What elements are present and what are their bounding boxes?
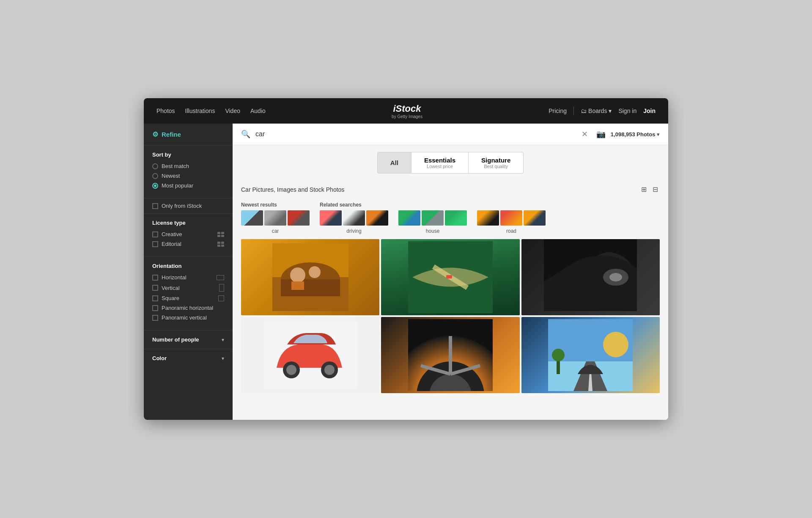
color-section[interactable]: Color ▾ [144,349,233,367]
road-thumb-1[interactable] [477,210,499,226]
related-house-group: x house [398,200,467,234]
related-driving-group: Related searches driving [320,200,388,234]
search-icon: 🔍 [241,130,250,139]
vertical-icon [219,284,224,292]
car-people-image [272,243,348,311]
driving-thumb-3[interactable] [366,210,388,226]
sort-most-popular[interactable]: Most popular [152,182,224,189]
header-divider [573,107,574,115]
newest-thumb-2[interactable] [264,210,286,226]
image-card-1[interactable] [241,239,379,315]
join-button[interactable]: Join [643,107,656,114]
driving-thumb-2[interactable] [343,210,365,226]
nav-video[interactable]: Video [225,107,240,114]
image-card-2[interactable] [381,239,519,315]
orientation-square[interactable]: Square [152,295,224,301]
camera-search-button[interactable]: 📷 [596,130,606,139]
orientation-panoramic-v[interactable]: Panoramic vertical [152,314,224,321]
aerial-road-image [408,241,493,313]
sort-best-match[interactable]: Best match [152,163,224,169]
svg-rect-5 [291,281,304,290]
sidebar: ⚙ Refine Sort by Best match Newest Most … [144,124,233,420]
horizontal-checkbox[interactable] [152,275,158,281]
newest-thumb-1[interactable] [241,210,263,226]
related-searches-section: Newest results car Related searches [233,197,668,237]
house-thumb-2[interactable] [422,210,444,226]
license-editorial[interactable]: Editorial [152,241,224,247]
boards-button[interactable]: 🗂 Boards ▾ [581,107,612,114]
refine-header: ⚙ Refine [144,124,233,145]
driving-thumb-1[interactable] [320,210,342,226]
radio-best-match [152,163,158,169]
number-of-people-section[interactable]: Number of people ▾ [144,330,233,349]
radio-most-popular [152,183,158,189]
road-thumb-2[interactable] [500,210,522,226]
search-input[interactable] [255,130,576,138]
search-clear-button[interactable]: ✕ [582,130,588,139]
results-title: Car Pictures, Images and Stock Photos [241,186,344,193]
only-istock-checkbox[interactable] [152,203,158,209]
nav-photos[interactable]: Photos [156,107,175,114]
svg-point-15 [286,365,296,375]
list-view-button[interactable]: ⊟ [651,184,660,195]
grid-view-button[interactable]: ⊞ [639,184,648,195]
svg-point-6 [309,266,321,278]
road-sunset-image [548,319,633,391]
header-right: Pricing 🗂 Boards ▾ Sign in Join [549,107,656,115]
vertical-checkbox[interactable] [152,285,158,291]
number-of-people-chevron-icon: ▾ [222,337,224,343]
nav-audio[interactable]: Audio [250,107,266,114]
image-card-6[interactable] [521,317,660,393]
svg-point-17 [324,365,335,375]
results-header: Car Pictures, Images and Stock Photos ⊞ … [233,180,668,197]
horizontal-icon [217,275,224,280]
driving-thumbs [320,210,388,226]
svg-point-4 [290,267,305,283]
sort-newest[interactable]: Newest [152,173,224,179]
editorial-grid-icon [217,242,224,247]
editorial-checkbox[interactable] [152,241,158,247]
related-road-group: x road [477,200,546,234]
square-checkbox[interactable] [152,295,158,301]
only-istock-section[interactable]: Only from iStock [144,198,233,213]
related-row: Newest results car Related searches [241,200,660,234]
logo: iStock by Getty Images [266,103,549,119]
house-thumb-1[interactable] [398,210,420,226]
sort-by-section: Sort by Best match Newest Most popular [144,145,233,198]
sort-by-title: Sort by [152,152,224,158]
svg-point-27 [603,332,628,357]
image-card-3[interactable] [521,239,660,315]
tab-essentials[interactable]: Essentials Lowest price [411,152,469,174]
image-grid [239,237,661,395]
svg-point-12 [609,273,622,281]
svg-point-29 [552,349,565,361]
orientation-vertical[interactable]: Vertical [152,284,224,292]
view-toggle: ⊞ ⊟ [639,184,660,195]
pricing-link[interactable]: Pricing [549,107,567,114]
house-thumb-3[interactable] [445,210,467,226]
tab-all[interactable]: All [377,152,411,174]
creative-checkbox[interactable] [152,231,158,237]
image-card-5[interactable] [381,317,519,393]
road-thumb-3[interactable] [524,210,546,226]
license-type-title: License type [152,220,224,226]
main-content: 🔍 ✕ 📷 1,098,953 Photos ▾ All Essentials … [233,124,668,420]
sign-in-button[interactable]: Sign in [618,107,636,114]
license-creative[interactable]: Creative [152,231,224,237]
boards-icon: 🗂 [581,107,587,114]
tab-signature[interactable]: Signature Best quality [469,152,524,174]
image-card-4[interactable] [241,317,379,393]
orientation-panoramic-h[interactable]: Panoramic horizontal [152,305,224,311]
main-nav: Photos Illustrations Video Audio [156,107,266,114]
square-icon [218,295,224,301]
panoramic-h-checkbox[interactable] [152,305,158,311]
car-closeup-image [544,239,637,311]
newest-thumb-3[interactable] [288,210,310,226]
red-car-image [264,321,357,389]
color-title: Color [152,355,167,361]
boards-chevron-icon: ▾ [609,107,612,114]
orientation-horizontal[interactable]: Horizontal [152,274,224,281]
panoramic-v-checkbox[interactable] [152,315,158,321]
house-thumbs [398,210,467,226]
nav-illustrations[interactable]: Illustrations [185,107,215,114]
